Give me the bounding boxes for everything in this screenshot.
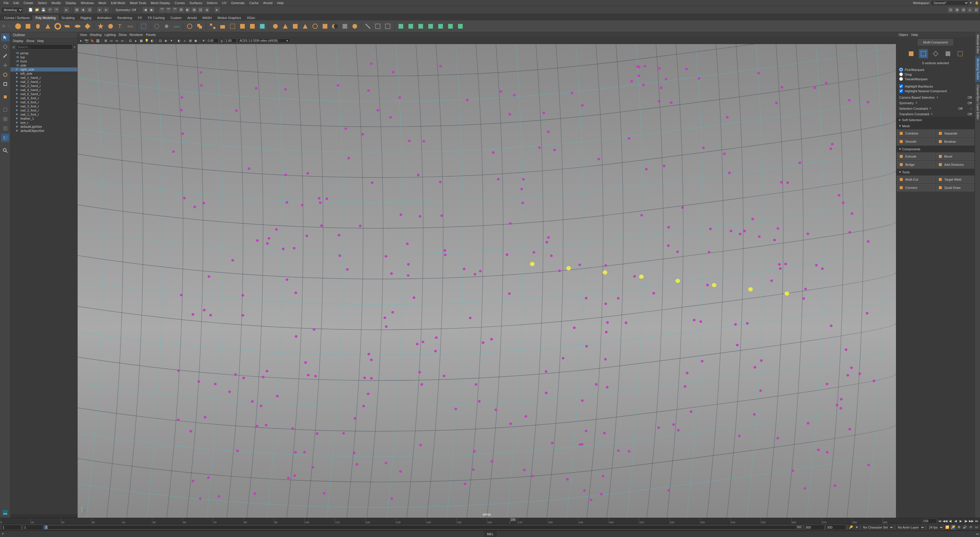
step-back-key-icon[interactable]: ◀◀ bbox=[943, 519, 947, 523]
maya-logo-icon[interactable]: AYA bbox=[1, 508, 10, 516]
vp-film-gate-icon[interactable]: ▭ bbox=[109, 38, 113, 43]
toggle1-icon[interactable]: ⊞ bbox=[955, 7, 959, 13]
shelf-tab-fx[interactable]: FX bbox=[135, 15, 145, 21]
dropdown-icon[interactable]: ▾ bbox=[970, 1, 972, 5]
menu-windows[interactable]: Windows bbox=[78, 1, 96, 5]
outliner-menu-display[interactable]: Display bbox=[13, 39, 23, 43]
arrow-right-icon[interactable]: ▶ bbox=[149, 7, 154, 13]
poly-cone-icon[interactable] bbox=[44, 22, 52, 30]
outliner-item-left_side[interactable]: ◆left_side bbox=[11, 72, 77, 76]
shelf-tab-rendering[interactable]: Rendering bbox=[115, 15, 135, 21]
shelf-tab-rigging[interactable]: Rigging bbox=[78, 15, 94, 21]
select-icon[interactable]: ▸ bbox=[64, 7, 69, 13]
vp-ao-icon[interactable]: ◐ bbox=[177, 38, 181, 43]
menu-surfaces[interactable]: Surfaces bbox=[187, 1, 205, 5]
menu-mesh-display[interactable]: Mesh Display bbox=[148, 1, 172, 5]
menu-mesh-tools[interactable]: Mesh Tools bbox=[127, 1, 148, 5]
pick-mode-tweak-marquee-radio[interactable] bbox=[899, 77, 903, 81]
poly-disc-icon[interactable] bbox=[73, 22, 82, 30]
extrude-icon[interactable] bbox=[218, 22, 227, 30]
open-scene-icon[interactable]: 📁 bbox=[34, 7, 40, 13]
outliner-menu-help[interactable]: Help bbox=[37, 39, 44, 43]
help-icon[interactable]: ? bbox=[0, 532, 6, 536]
character-set-dropdown[interactable]: No Character Set bbox=[861, 525, 894, 530]
cleanup-icon[interactable] bbox=[321, 22, 329, 30]
auto-key-icon[interactable]: 🔑 bbox=[951, 525, 956, 530]
vp-menu-lighting[interactable]: Lighting bbox=[105, 33, 116, 37]
comp-add-divisions-button[interactable]: Add Divisions bbox=[936, 161, 974, 168]
script-editor-icon[interactable]: ▭ bbox=[976, 532, 979, 536]
anim-end-input[interactable] bbox=[826, 525, 846, 530]
menu-curves[interactable]: Curves bbox=[172, 1, 187, 5]
pick-mode-pick-marquee-radio[interactable] bbox=[899, 68, 903, 72]
vp-shadows-icon[interactable]: ◐ bbox=[150, 38, 154, 43]
vp-exposure-input[interactable] bbox=[207, 38, 218, 43]
boolean-icon[interactable] bbox=[331, 22, 339, 30]
mesh-smooth-button[interactable]: Smooth bbox=[897, 138, 935, 145]
components-section-header[interactable]: ▾Components bbox=[896, 146, 975, 152]
tool-multi-cut-button[interactable]: Multi-Cut bbox=[897, 176, 935, 183]
shelf-gear-icon[interactable]: ⚙ bbox=[2, 24, 6, 28]
menu-edit[interactable]: Edit bbox=[11, 1, 21, 5]
vp-menu-shading[interactable]: Shading bbox=[90, 33, 102, 37]
shelf-tab-fx-caching[interactable]: FX Caching bbox=[145, 15, 167, 21]
menu-select[interactable]: Select bbox=[36, 1, 49, 5]
outliner-scrollbar[interactable] bbox=[11, 514, 77, 518]
range-slider[interactable]: 1300 bbox=[45, 525, 803, 529]
render5-icon[interactable]: ⊞ bbox=[191, 7, 197, 13]
reduce-icon[interactable] bbox=[281, 22, 290, 30]
crease-icon[interactable] bbox=[417, 22, 425, 30]
outliner-search-input[interactable] bbox=[16, 45, 73, 49]
menu-arnold[interactable]: Arnold bbox=[261, 1, 275, 5]
vp-motion-blur-icon[interactable]: ≈ bbox=[182, 38, 187, 43]
range-end-input[interactable] bbox=[804, 525, 824, 530]
rotate-tool[interactable] bbox=[1, 71, 10, 79]
poly-cube-icon[interactable] bbox=[24, 22, 32, 30]
slide-icon[interactable] bbox=[426, 22, 435, 30]
command-line-label[interactable]: MEL bbox=[484, 531, 496, 537]
poke-icon[interactable] bbox=[456, 22, 465, 30]
poly-super-icon[interactable] bbox=[97, 22, 105, 30]
vertex-mode-icon[interactable] bbox=[919, 49, 928, 58]
outliner-item-defaultObjectSet[interactable]: ◉defaultObjectSet bbox=[11, 129, 77, 133]
tool-connect-button[interactable]: Connect bbox=[897, 184, 935, 191]
viewport-canvas[interactable]: xyz persp bbox=[78, 44, 896, 518]
poly-svg-icon[interactable]: SVG bbox=[126, 22, 135, 30]
paint-select-tool[interactable] bbox=[1, 52, 10, 60]
insert-edge-icon[interactable] bbox=[436, 22, 445, 30]
play-back-icon[interactable]: ◀ bbox=[953, 519, 958, 523]
outliner-item-nail_4_hand_r[interactable]: ◆nail_4_hand_r bbox=[11, 88, 77, 92]
show-manip-tool[interactable] bbox=[1, 93, 10, 101]
layout-outliner-icon[interactable] bbox=[1, 134, 10, 142]
highlight-nearest-checkbox[interactable] bbox=[899, 89, 903, 93]
move-tool[interactable] bbox=[1, 61, 10, 70]
vp-menu-renderer[interactable]: Renderer bbox=[130, 33, 143, 37]
toggle2-icon[interactable]: ⊟ bbox=[961, 7, 966, 13]
vp-smooth-shade-icon[interactable]: ● bbox=[133, 38, 138, 43]
mesh-combine-button[interactable]: Combine bbox=[897, 129, 935, 137]
outliner-item-nail_1_hand_r[interactable]: ◆nail_1_hand_r bbox=[11, 76, 77, 80]
poly-plane-icon[interactable] bbox=[64, 22, 72, 30]
prefs-icon[interactable]: ⚙ bbox=[957, 525, 961, 530]
multi-component-button[interactable]: Multi-Component bbox=[918, 39, 953, 46]
menu-help[interactable]: Help bbox=[275, 1, 286, 5]
comp-bevel-button[interactable]: Bevel bbox=[936, 153, 974, 160]
step-fwd-key-icon[interactable]: ▶▶ bbox=[969, 519, 974, 523]
outliner-item-nail_2_hand_r[interactable]: ◆nail_2_hand_r bbox=[11, 80, 77, 84]
script-icon[interactable]: ▭ bbox=[974, 525, 979, 530]
outliner-item-top[interactable]: 📹top bbox=[11, 55, 77, 59]
snap2-icon[interactable] bbox=[162, 22, 171, 30]
poly-type-icon[interactable]: T bbox=[116, 22, 124, 30]
selection-constraint-row[interactable]: Selection Constraint▾Off0 bbox=[896, 106, 975, 111]
step-back-icon[interactable]: ◀| bbox=[948, 519, 953, 523]
layout-two-icon[interactable] bbox=[1, 124, 10, 132]
menu-display[interactable]: Display bbox=[63, 1, 78, 5]
audio-icon[interactable]: 🔊 bbox=[963, 525, 967, 530]
vp-dof-icon[interactable]: ◉ bbox=[193, 38, 198, 43]
mode-selector[interactable]: Modeling bbox=[1, 7, 23, 13]
shelf-tab-poly-modeling[interactable]: Poly Modeling bbox=[32, 15, 58, 21]
menu-create[interactable]: Create bbox=[21, 1, 36, 5]
uv-mode-icon[interactable] bbox=[956, 49, 965, 58]
loop-icon[interactable]: 🔁 bbox=[945, 525, 950, 530]
menu-mesh[interactable]: Mesh bbox=[96, 1, 108, 5]
